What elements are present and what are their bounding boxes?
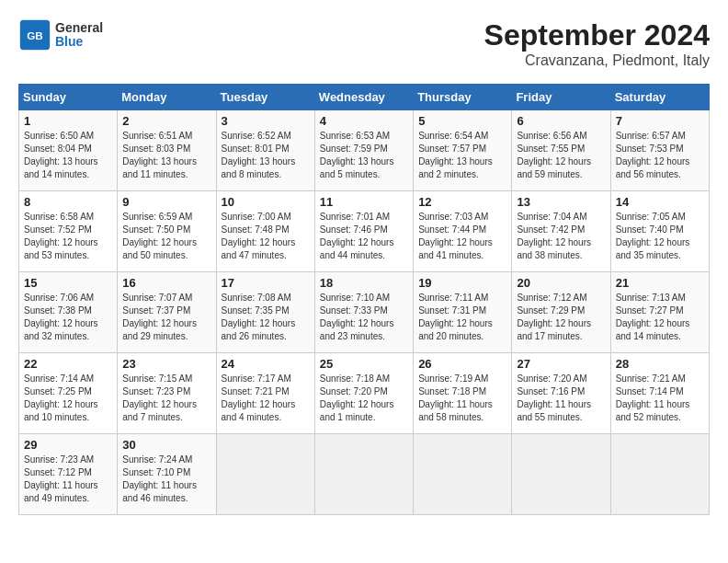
day-info: Sunrise: 7:17 AM Sunset: 7:21 PM Dayligh… xyxy=(222,373,310,424)
day-number: 12 xyxy=(418,195,506,209)
calendar-day: 14Sunrise: 7:05 AM Sunset: 7:40 PM Dayli… xyxy=(610,191,709,272)
day-number: 25 xyxy=(320,357,408,371)
calendar-day: 24Sunrise: 7:17 AM Sunset: 7:21 PM Dayli… xyxy=(216,353,314,434)
calendar-day: 16Sunrise: 7:07 AM Sunset: 7:37 PM Dayli… xyxy=(118,272,216,353)
day-info: Sunrise: 7:08 AM Sunset: 7:35 PM Dayligh… xyxy=(222,292,310,343)
day-number: 24 xyxy=(222,357,310,371)
calendar-day: 11Sunrise: 7:01 AM Sunset: 7:46 PM Dayli… xyxy=(314,191,413,272)
day-number: 13 xyxy=(517,195,605,209)
day-number: 1 xyxy=(24,114,112,128)
day-number: 4 xyxy=(320,114,408,128)
day-info: Sunrise: 6:58 AM Sunset: 7:52 PM Dayligh… xyxy=(24,211,112,262)
calendar-day: 27Sunrise: 7:20 AM Sunset: 7:16 PM Dayli… xyxy=(512,353,610,434)
day-info: Sunrise: 7:24 AM Sunset: 7:10 PM Dayligh… xyxy=(122,454,210,505)
day-info: Sunrise: 7:06 AM Sunset: 7:38 PM Dayligh… xyxy=(24,292,112,343)
weekday-friday: Friday xyxy=(512,85,610,110)
day-info: Sunrise: 6:56 AM Sunset: 7:55 PM Dayligh… xyxy=(517,130,605,181)
calendar-day: 12Sunrise: 7:03 AM Sunset: 7:44 PM Dayli… xyxy=(414,191,512,272)
day-info: Sunrise: 7:07 AM Sunset: 7:37 PM Dayligh… xyxy=(122,292,210,343)
day-number: 15 xyxy=(24,276,112,290)
calendar-day: 22Sunrise: 7:14 AM Sunset: 7:25 PM Dayli… xyxy=(19,353,118,434)
calendar-day: 21Sunrise: 7:13 AM Sunset: 7:27 PM Dayli… xyxy=(610,272,709,353)
day-number: 10 xyxy=(222,195,310,209)
weekday-tuesday: Tuesday xyxy=(216,85,314,110)
calendar-day: 18Sunrise: 7:10 AM Sunset: 7:33 PM Dayli… xyxy=(314,272,413,353)
logo-icon: GB xyxy=(18,18,51,52)
calendar-week-4: 22Sunrise: 7:14 AM Sunset: 7:25 PM Dayli… xyxy=(19,353,710,434)
day-info: Sunrise: 7:18 AM Sunset: 7:20 PM Dayligh… xyxy=(320,373,408,424)
day-number: 26 xyxy=(418,357,506,371)
day-info: Sunrise: 7:04 AM Sunset: 7:42 PM Dayligh… xyxy=(517,211,605,262)
day-info: Sunrise: 7:20 AM Sunset: 7:16 PM Dayligh… xyxy=(517,373,605,424)
calendar-day: 8Sunrise: 6:58 AM Sunset: 7:52 PM Daylig… xyxy=(19,191,118,272)
calendar-day: 9Sunrise: 6:59 AM Sunset: 7:50 PM Daylig… xyxy=(118,191,216,272)
day-info: Sunrise: 7:12 AM Sunset: 7:29 PM Dayligh… xyxy=(517,292,605,343)
calendar-day: 19Sunrise: 7:11 AM Sunset: 7:31 PM Dayli… xyxy=(414,272,512,353)
day-number: 3 xyxy=(222,114,310,128)
svg-text:GB: GB xyxy=(27,29,43,41)
day-info: Sunrise: 6:51 AM Sunset: 8:03 PM Dayligh… xyxy=(122,130,210,181)
day-info: Sunrise: 7:23 AM Sunset: 7:12 PM Dayligh… xyxy=(24,454,112,505)
calendar-day xyxy=(512,434,610,515)
day-number: 8 xyxy=(24,195,112,209)
day-number: 14 xyxy=(616,195,704,209)
day-info: Sunrise: 7:03 AM Sunset: 7:44 PM Dayligh… xyxy=(418,211,506,262)
day-info: Sunrise: 7:11 AM Sunset: 7:31 PM Dayligh… xyxy=(418,292,506,343)
day-info: Sunrise: 7:05 AM Sunset: 7:40 PM Dayligh… xyxy=(616,211,704,262)
day-number: 18 xyxy=(320,276,408,290)
day-info: Sunrise: 6:53 AM Sunset: 7:59 PM Dayligh… xyxy=(320,130,408,181)
calendar-day: 30Sunrise: 7:24 AM Sunset: 7:10 PM Dayli… xyxy=(118,434,216,515)
day-info: Sunrise: 7:19 AM Sunset: 7:18 PM Dayligh… xyxy=(418,373,506,424)
day-info: Sunrise: 7:13 AM Sunset: 7:27 PM Dayligh… xyxy=(616,292,704,343)
day-number: 27 xyxy=(517,357,605,371)
day-info: Sunrise: 7:00 AM Sunset: 7:48 PM Dayligh… xyxy=(222,211,310,262)
day-info: Sunrise: 7:01 AM Sunset: 7:46 PM Dayligh… xyxy=(320,211,408,262)
calendar-day xyxy=(314,434,413,515)
day-info: Sunrise: 6:54 AM Sunset: 7:57 PM Dayligh… xyxy=(418,130,506,181)
day-number: 2 xyxy=(122,114,210,128)
day-number: 21 xyxy=(616,276,704,290)
weekday-header-row: SundayMondayTuesdayWednesdayThursdayFrid… xyxy=(19,85,710,110)
calendar-day: 6Sunrise: 6:56 AM Sunset: 7:55 PM Daylig… xyxy=(512,110,610,191)
calendar-week-5: 29Sunrise: 7:23 AM Sunset: 7:12 PM Dayli… xyxy=(19,434,710,515)
calendar-day: 26Sunrise: 7:19 AM Sunset: 7:18 PM Dayli… xyxy=(414,353,512,434)
calendar-day: 29Sunrise: 7:23 AM Sunset: 7:12 PM Dayli… xyxy=(19,434,118,515)
weekday-sunday: Sunday xyxy=(19,85,118,110)
day-info: Sunrise: 7:14 AM Sunset: 7:25 PM Dayligh… xyxy=(24,373,112,424)
day-number: 19 xyxy=(418,276,506,290)
calendar-table: SundayMondayTuesdayWednesdayThursdayFrid… xyxy=(18,84,710,515)
day-number: 6 xyxy=(517,114,605,128)
calendar-day: 4Sunrise: 6:53 AM Sunset: 7:59 PM Daylig… xyxy=(314,110,413,191)
calendar-day: 10Sunrise: 7:00 AM Sunset: 7:48 PM Dayli… xyxy=(216,191,314,272)
calendar-day: 13Sunrise: 7:04 AM Sunset: 7:42 PM Dayli… xyxy=(512,191,610,272)
weekday-monday: Monday xyxy=(118,85,216,110)
calendar-week-1: 1Sunrise: 6:50 AM Sunset: 8:04 PM Daylig… xyxy=(19,110,710,191)
calendar-day: 2Sunrise: 6:51 AM Sunset: 8:03 PM Daylig… xyxy=(118,110,216,191)
day-info: Sunrise: 7:10 AM Sunset: 7:33 PM Dayligh… xyxy=(320,292,408,343)
day-info: Sunrise: 6:59 AM Sunset: 7:50 PM Dayligh… xyxy=(122,211,210,262)
calendar-day: 3Sunrise: 6:52 AM Sunset: 8:01 PM Daylig… xyxy=(216,110,314,191)
calendar-day xyxy=(216,434,314,515)
weekday-thursday: Thursday xyxy=(414,85,512,110)
calendar-body: 1Sunrise: 6:50 AM Sunset: 8:04 PM Daylig… xyxy=(19,110,710,515)
weekday-saturday: Saturday xyxy=(610,85,709,110)
day-number: 29 xyxy=(24,438,112,452)
day-number: 7 xyxy=(616,114,704,128)
calendar-week-2: 8Sunrise: 6:58 AM Sunset: 7:52 PM Daylig… xyxy=(19,191,710,272)
title-block: September 2024 Cravanzana, Piedmont, Ita… xyxy=(484,18,710,69)
calendar-week-3: 15Sunrise: 7:06 AM Sunset: 7:38 PM Dayli… xyxy=(19,272,710,353)
calendar-day: 20Sunrise: 7:12 AM Sunset: 7:29 PM Dayli… xyxy=(512,272,610,353)
day-info: Sunrise: 6:50 AM Sunset: 8:04 PM Dayligh… xyxy=(24,130,112,181)
day-number: 20 xyxy=(517,276,605,290)
logo: GB General Blue xyxy=(18,18,103,52)
day-info: Sunrise: 6:52 AM Sunset: 8:01 PM Dayligh… xyxy=(222,130,310,181)
calendar-day: 7Sunrise: 6:57 AM Sunset: 7:53 PM Daylig… xyxy=(610,110,709,191)
calendar-day xyxy=(414,434,512,515)
day-number: 22 xyxy=(24,357,112,371)
calendar-day: 1Sunrise: 6:50 AM Sunset: 8:04 PM Daylig… xyxy=(19,110,118,191)
calendar-day: 15Sunrise: 7:06 AM Sunset: 7:38 PM Dayli… xyxy=(19,272,118,353)
calendar-day: 5Sunrise: 6:54 AM Sunset: 7:57 PM Daylig… xyxy=(414,110,512,191)
day-number: 17 xyxy=(222,276,310,290)
calendar-day: 28Sunrise: 7:21 AM Sunset: 7:14 PM Dayli… xyxy=(610,353,709,434)
month-title: September 2024 xyxy=(484,18,710,52)
